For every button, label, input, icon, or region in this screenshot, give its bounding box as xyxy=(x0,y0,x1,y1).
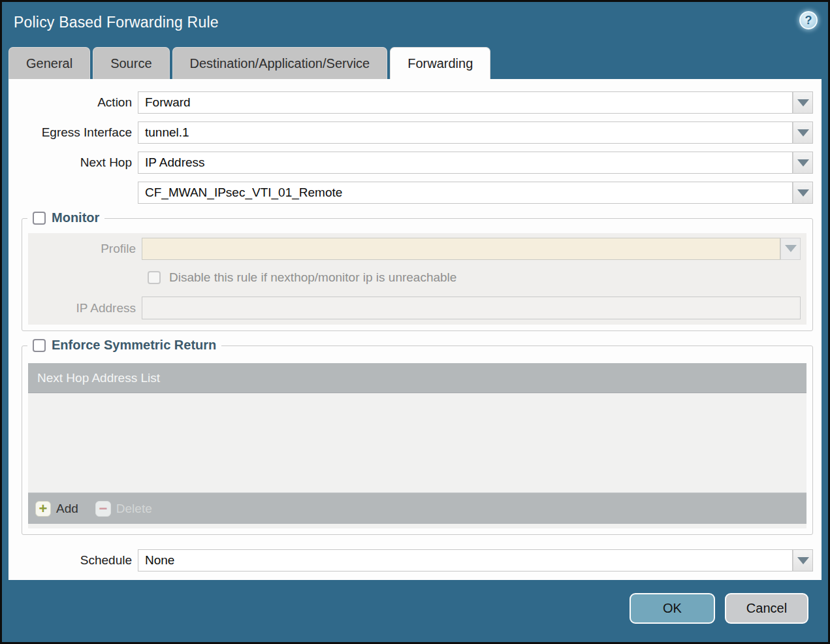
monitor-fieldset: Monitor Profile Disable this rule if nex… xyxy=(22,218,813,331)
tab-source[interactable]: Source xyxy=(93,47,169,79)
chevron-down-icon xyxy=(797,159,809,167)
help-icon[interactable]: ? xyxy=(799,11,818,29)
delete-button-label: Delete xyxy=(116,502,152,516)
egress-interface-label: Egress Interface xyxy=(8,125,138,140)
help-glyph: ? xyxy=(805,14,812,27)
tab-general[interactable]: General xyxy=(8,47,90,79)
action-dropdown[interactable]: Forward xyxy=(138,91,813,114)
cancel-button[interactable]: Cancel xyxy=(725,593,808,624)
symmetric-return-checkbox[interactable] xyxy=(33,339,46,352)
monitor-checkbox[interactable] xyxy=(33,212,46,225)
forwarding-tab-panel: Action Forward Egress Interface tunnel.1… xyxy=(8,79,822,580)
action-dropdown-button[interactable] xyxy=(793,91,813,114)
next-hop-address-value[interactable]: CF_MWAN_IPsec_VTI_01_Remote xyxy=(138,182,793,204)
tab-bar: General Source Destination/Application/S… xyxy=(8,47,490,79)
tab-destination-application-service[interactable]: Destination/Application/Service xyxy=(172,47,388,79)
table-bottom-strip xyxy=(28,524,806,528)
dialog-footer: OK Cancel xyxy=(2,576,828,642)
add-icon: + xyxy=(35,501,51,517)
egress-interface-dropdown-button[interactable] xyxy=(793,121,813,144)
action-row: Action Forward xyxy=(8,91,813,114)
add-button[interactable]: + Add xyxy=(35,501,78,517)
ok-button[interactable]: OK xyxy=(630,593,715,624)
schedule-row: Schedule None xyxy=(8,549,813,572)
schedule-dropdown-button[interactable] xyxy=(793,549,813,572)
egress-interface-row: Egress Interface tunnel.1 xyxy=(8,121,813,144)
next-hop-address-dropdown-button[interactable] xyxy=(793,182,813,204)
chevron-down-icon xyxy=(797,557,809,564)
next-hop-address-row: CF_MWAN_IPsec_VTI_01_Remote xyxy=(8,182,813,204)
dialog-titlebar: Policy Based Forwarding Rule ? xyxy=(2,2,828,42)
monitor-profile-row: Profile xyxy=(28,237,801,260)
monitor-legend: Monitor xyxy=(27,210,104,225)
add-button-label: Add xyxy=(56,502,78,516)
footer-buttons: OK Cancel xyxy=(630,593,808,624)
schedule-value[interactable]: None xyxy=(138,549,793,572)
chevron-down-icon xyxy=(797,129,809,137)
next-hop-address-list-header: Next Hop Address List xyxy=(28,363,806,393)
dialog-title: Policy Based Forwarding Rule xyxy=(2,14,219,31)
monitor-ip-address-row: IP Address xyxy=(28,297,801,319)
delete-button: − Delete xyxy=(95,501,152,517)
schedule-label: Schedule xyxy=(8,553,138,568)
monitor-panel: Profile Disable this rule if nexthop/mon… xyxy=(28,233,806,325)
symmetric-return-fieldset: Enforce Symmetric Return Next Hop Addres… xyxy=(22,346,813,535)
monitor-profile-dropdown xyxy=(142,238,801,260)
action-label: Action xyxy=(8,95,138,110)
delete-icon: − xyxy=(95,501,111,517)
chevron-down-icon xyxy=(797,99,809,106)
monitor-profile-value xyxy=(142,238,780,260)
chevron-down-icon xyxy=(785,245,797,252)
next-hop-type-dropdown-button[interactable] xyxy=(793,152,813,174)
next-hop-type-value[interactable]: IP Address xyxy=(138,152,793,174)
next-hop-address-list-body[interactable] xyxy=(28,393,806,492)
action-value[interactable]: Forward xyxy=(138,91,793,114)
tab-forwarding[interactable]: Forwarding xyxy=(390,47,490,79)
next-hop-label: Next Hop xyxy=(8,155,138,170)
monitor-legend-label: Monitor xyxy=(52,210,99,225)
monitor-ip-address-label: IP Address xyxy=(28,301,142,315)
symmetric-return-legend-label: Enforce Symmetric Return xyxy=(52,338,216,353)
next-hop-row: Next Hop IP Address xyxy=(8,152,813,174)
disable-rule-checkbox xyxy=(148,271,161,284)
next-hop-address-dropdown[interactable]: CF_MWAN_IPsec_VTI_01_Remote xyxy=(138,182,813,204)
disable-rule-row: Disable this rule if nexthop/monitor ip … xyxy=(148,268,806,287)
next-hop-address-list-table: Next Hop Address List + Add − Delete xyxy=(28,363,806,528)
egress-interface-value[interactable]: tunnel.1 xyxy=(138,121,793,144)
disable-rule-label: Disable this rule if nexthop/monitor ip … xyxy=(169,270,456,285)
schedule-dropdown[interactable]: None xyxy=(138,549,813,572)
chevron-down-icon xyxy=(797,189,809,197)
symmetric-return-legend: Enforce Symmetric Return xyxy=(27,338,221,353)
egress-interface-dropdown[interactable]: tunnel.1 xyxy=(138,121,813,144)
policy-based-forwarding-dialog: Policy Based Forwarding Rule ? General S… xyxy=(0,0,830,644)
monitor-ip-address-input xyxy=(142,297,801,319)
next-hop-type-dropdown[interactable]: IP Address xyxy=(138,152,813,174)
next-hop-address-list-toolbar: + Add − Delete xyxy=(28,492,806,524)
monitor-profile-label: Profile xyxy=(28,242,142,256)
monitor-profile-dropdown-button xyxy=(780,238,801,260)
